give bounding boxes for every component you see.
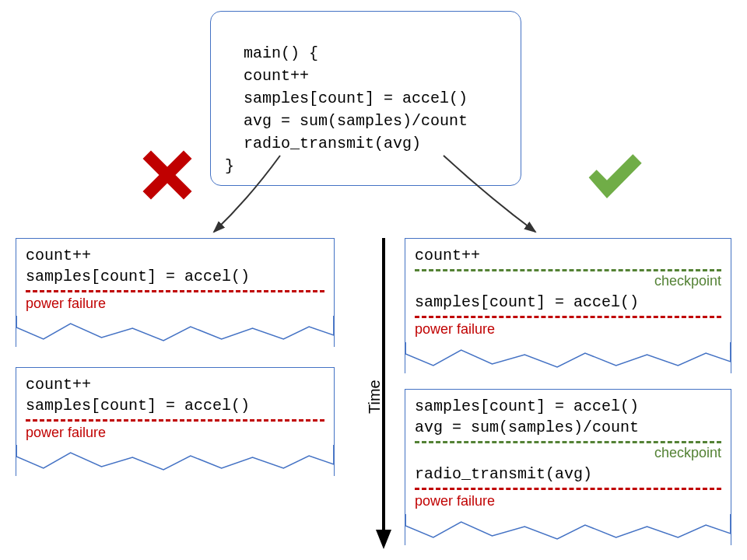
right-box1-line1: count++ — [405, 239, 731, 266]
left-exec-box-1: count++ samples[count] = accel() power f… — [16, 238, 335, 347]
main-code-box: main() { count++ samples[count] = accel(… — [210, 11, 521, 186]
torn-edge — [405, 342, 731, 373]
left-box2-code: count++ samples[count] = accel() — [16, 368, 334, 416]
failure-line — [415, 488, 721, 490]
failure-label: power failure — [405, 320, 731, 341]
failure-label: power failure — [405, 492, 731, 513]
right-box2-code-a: samples[count] = accel() avg = sum(sampl… — [405, 390, 731, 438]
torn-edge — [405, 514, 731, 545]
failure-line — [26, 419, 324, 422]
checkpoint-label: checkpoint — [405, 271, 731, 292]
right-exec-box-1: count++ checkpoint samples[count] = acce… — [405, 238, 731, 373]
torn-edge — [16, 445, 334, 476]
failure-line — [26, 290, 324, 292]
failure-line — [415, 316, 721, 318]
check-icon — [584, 148, 646, 202]
right-exec-box-2: samples[count] = accel() avg = sum(sampl… — [405, 389, 731, 545]
main-code-text: main() { count++ samples[count] = accel(… — [225, 44, 468, 175]
left-exec-box-2: count++ samples[count] = accel() power f… — [16, 367, 335, 476]
right-box2-code-b: radio_transmit(avg) — [405, 464, 731, 485]
left-box1-code: count++ samples[count] = accel() — [16, 239, 334, 287]
checkpoint-label: checkpoint — [405, 443, 731, 464]
cross-icon — [140, 148, 195, 202]
torn-edge — [16, 316, 334, 347]
right-box1-line2: samples[count] = accel() — [405, 292, 731, 313]
time-label: Time — [366, 380, 384, 414]
failure-label: power failure — [16, 423, 334, 445]
failure-label: power failure — [16, 294, 334, 316]
